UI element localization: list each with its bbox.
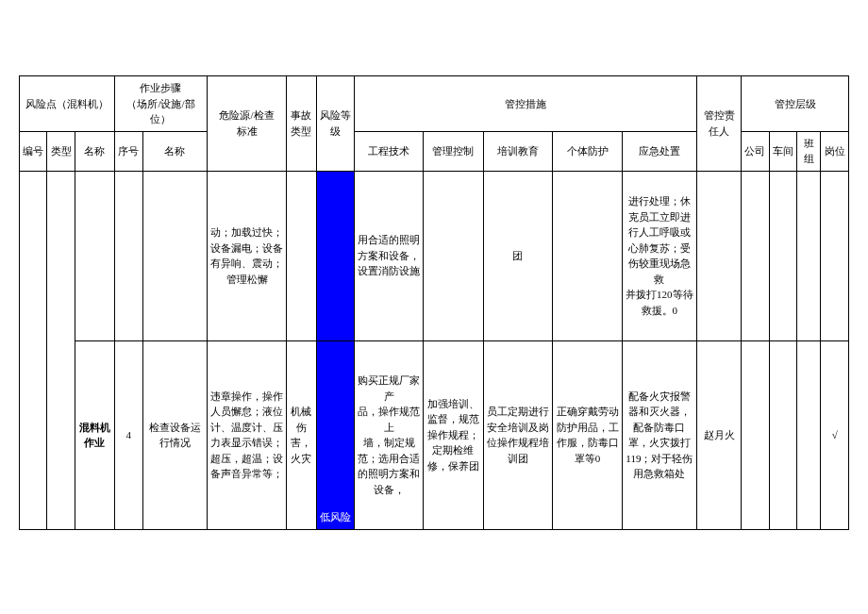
cell-type — [47, 171, 75, 529]
header-training: 培训教育 — [483, 131, 553, 171]
table-row: 动；加载过快；设备漏电；设备有异响、震动；管理松懈 用合适的照明方案和设备，设置… — [20, 171, 849, 340]
header-step-no: 序号 — [115, 131, 142, 171]
cell-ppe — [553, 171, 623, 340]
cell-hazard: 动；加载过快；设备漏电；设备有异响、震动；管理松懈 — [207, 171, 286, 340]
header-management: 管理控制 — [424, 131, 483, 171]
cell-training: 团 — [483, 171, 553, 340]
header-risk-point: 风险点（混料机） — [20, 76, 115, 132]
cell-management — [424, 171, 483, 340]
header-team: 班 组 — [797, 131, 821, 171]
cell-responsible — [696, 171, 741, 340]
table-row: 混料机作业 4 检查设备运行情况 违章操作，操作人员懈怠；液位计、温度计、压力表… — [20, 340, 849, 529]
header-workshop: 车间 — [769, 131, 796, 171]
cell-engineering: 用合适的照明方案和设备，设置消防设施 — [354, 171, 424, 340]
cell-accident — [287, 171, 317, 340]
cell-name — [75, 171, 114, 340]
cell-emergency: 进行处理；休克员工立即进行人工呼吸或心肺复苏；受伤较重现场急救 并拨打120等待… — [622, 171, 696, 340]
cell-step-no — [115, 171, 142, 340]
cell-step-name — [142, 171, 207, 340]
header-risk-level: 风险等 级 — [316, 76, 354, 172]
header-type: 类型 — [47, 131, 75, 171]
header-position: 岗位 — [821, 131, 849, 171]
cell-team — [797, 340, 821, 529]
header-accident-type: 事故 类型 — [287, 76, 317, 172]
cell-name: 混料机作业 — [75, 340, 114, 529]
header-control-level: 管控层级 — [742, 76, 849, 132]
cell-company — [742, 171, 769, 340]
header-emergency: 应急处置 — [622, 131, 696, 171]
header-work-step: 作业步骤 （场所/设施/部位） — [115, 76, 208, 132]
risk-assessment-table: 风险点（混料机） 作业步骤 （场所/设施/部位） 危险源/检查 标准 事故 类型… — [19, 75, 849, 530]
header-number: 编号 — [20, 131, 47, 171]
cell-workshop — [769, 171, 796, 340]
cell-management: 加强培训、监督，规范操作规程；定期检维修，保养团 — [424, 340, 483, 529]
header-step-name: 名称 — [142, 131, 207, 171]
cell-workshop — [769, 340, 796, 529]
cell-company — [742, 340, 769, 529]
cell-emergency: 配备火灾报警器和灭火器，配备防毒口罩，火灾拨打 119；对于轻伤用急救箱处 — [622, 340, 696, 529]
header-control-measures: 管控措施 — [354, 76, 696, 132]
cell-accident: 机械伤害，火灾 — [287, 340, 317, 529]
header-ppe: 个体防护 — [553, 131, 623, 171]
header-name: 名称 — [75, 131, 114, 171]
cell-training: 员工定期进行安全培训及岗位操作规程培训团 — [483, 340, 553, 529]
cell-position — [821, 171, 849, 340]
header-hazard-check: 危险源/检查 标准 — [207, 76, 286, 172]
header-responsible: 管控责任人 — [696, 76, 741, 172]
cell-engineering: 购买正规厂家产 品，操作规范上 墙，制定规 范；选用合适的照明方案和设备， — [354, 340, 424, 529]
cell-responsible: 赵月火 — [696, 340, 741, 529]
cell-team — [797, 171, 821, 340]
cell-risk-level: 低风险 — [316, 340, 354, 529]
header-company: 公司 — [742, 131, 769, 171]
header-engineering: 工程技术 — [354, 131, 424, 171]
cell-number — [20, 171, 47, 529]
cell-ppe: 正确穿戴劳动防护用品，工作服，防毒口罩等0 — [553, 340, 623, 529]
cell-risk-level — [316, 171, 354, 340]
cell-position: √ — [821, 340, 849, 529]
cell-hazard: 违章操作，操作人员懈怠；液位计、温度计、压力表显示错误；超压，超温；设备声音异常… — [207, 340, 286, 529]
cell-step-no: 4 — [115, 340, 142, 529]
cell-step-name: 检查设备运行情况 — [142, 340, 207, 529]
